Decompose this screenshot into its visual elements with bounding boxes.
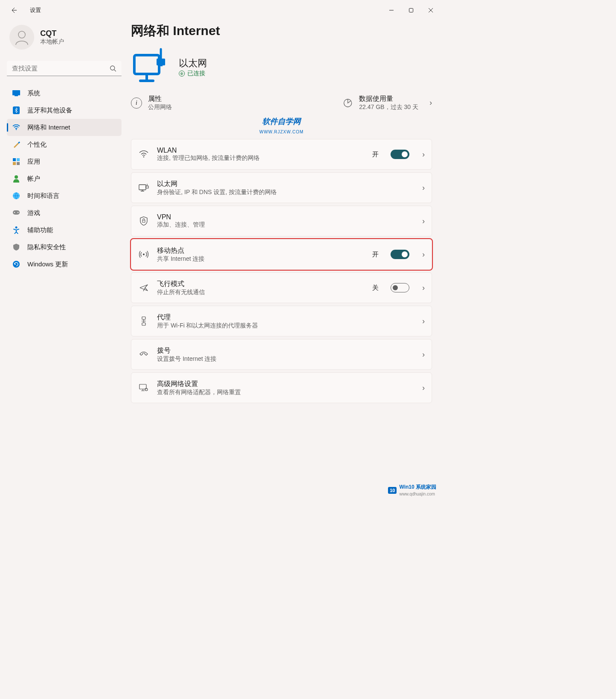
accessibility-icon — [12, 226, 21, 234]
chevron-right-icon: › — [429, 98, 432, 107]
system-icon — [12, 89, 21, 97]
footer-badge: 10 — [388, 487, 397, 494]
sidebar-item-accessibility[interactable]: 辅助功能 — [7, 221, 121, 239]
svg-rect-20 — [159, 64, 163, 66]
svg-point-2 — [110, 66, 115, 70]
sidebar-item-privacy[interactable]: 隐私和安全性 — [7, 239, 121, 256]
watermark: 软件自学网 WWW.RJZXW.COM — [131, 116, 432, 136]
sidebar-item-bluetooth[interactable]: 蓝牙和其他设备 — [7, 102, 121, 119]
sidebar-item-label: 蓝牙和其他设备 — [27, 106, 72, 115]
svg-rect-28 — [142, 323, 145, 325]
shield-lock-icon — [138, 216, 149, 226]
footer-watermark: 10 Win10 系统家园 www.qdhuajin.com — [388, 484, 436, 497]
svg-rect-10 — [17, 162, 20, 165]
wlan-toggle[interactable] — [391, 150, 409, 159]
svg-point-22 — [143, 156, 145, 158]
search-input[interactable] — [7, 61, 121, 76]
card-dialup[interactable]: 拨号设置拨号 Internet 连接 › — [131, 339, 432, 370]
svg-point-15 — [18, 212, 18, 213]
maximize-button[interactable] — [401, 3, 421, 17]
sidebar-item-label: 帐户 — [27, 175, 40, 183]
data-usage-link[interactable]: 数据使用量 22.47 GB，过去 30 天 › — [343, 94, 432, 111]
titlebar: 设置 — [0, 0, 441, 21]
props-sub: 公用网络 — [148, 103, 172, 111]
sidebar-item-apps[interactable]: 应用 — [7, 153, 121, 170]
svg-rect-25 — [142, 220, 145, 222]
sidebar-item-gaming[interactable]: 游戏 — [7, 204, 121, 221]
hero-title: 以太网 — [179, 57, 207, 70]
svg-rect-13 — [13, 210, 20, 215]
card-hotspot[interactable]: 移动热点共享 Internet 连接 开 › — [131, 239, 432, 270]
card-proxy[interactable]: 代理用于 Wi-Fi 和以太网连接的代理服务器 › — [131, 306, 432, 336]
sidebar-item-system[interactable]: 系统 — [7, 85, 121, 102]
airplane-state: 关 — [372, 284, 379, 292]
monitor-gear-icon — [138, 383, 149, 392]
svg-rect-3 — [12, 90, 20, 95]
chevron-right-icon: › — [422, 383, 425, 392]
chevron-right-icon: › — [422, 250, 425, 259]
back-button[interactable] — [6, 3, 21, 18]
svg-rect-18 — [134, 55, 159, 74]
svg-rect-27 — [142, 317, 145, 319]
sidebar-item-label: 网络和 Internet — [27, 124, 70, 132]
chevron-right-icon: › — [422, 217, 425, 226]
svg-point-6 — [16, 129, 17, 130]
sidebar-item-label: 时间和语言 — [27, 192, 59, 200]
sidebar-item-label: 应用 — [27, 158, 40, 166]
svg-point-14 — [14, 212, 15, 213]
wifi-icon — [138, 150, 149, 158]
profile-name: CQT — [40, 29, 64, 38]
page-title: 网络和 Internet — [131, 22, 432, 40]
chevron-right-icon: › — [422, 317, 425, 326]
arrow-left-icon — [10, 7, 17, 14]
card-advanced[interactable]: 高级网络设置查看所有网络适配器，网络重置 › — [131, 372, 432, 403]
sidebar-item-label: 游戏 — [27, 209, 40, 217]
apps-icon — [12, 157, 21, 166]
card-vpn[interactable]: VPN添加、连接、管理 › — [131, 206, 432, 236]
pie-icon — [343, 98, 353, 108]
svg-rect-0 — [409, 9, 413, 12]
search-box[interactable] — [7, 61, 121, 76]
card-wlan[interactable]: WLAN连接, 管理已知网络, 按流量计费的网络 开 › — [131, 139, 432, 170]
sidebar: CQT 本地帐户 系统 蓝牙和其他设备 网络和 Internet 个性化 应用 … — [0, 21, 128, 499]
proxy-icon — [138, 316, 149, 326]
hero-status: ⊕已连接 — [179, 70, 207, 77]
airplane-icon — [138, 283, 149, 292]
svg-point-16 — [15, 227, 18, 229]
minimize-button[interactable] — [382, 3, 401, 17]
chevron-right-icon: › — [422, 150, 425, 159]
app-title: 设置 — [30, 6, 41, 14]
svg-point-11 — [15, 175, 18, 179]
card-ethernet[interactable]: 以太网身份验证, IP 和 DNS 设置, 按流量计费的网络 › — [131, 172, 432, 203]
sidebar-item-time[interactable]: 时间和语言 — [7, 187, 121, 204]
phone-icon — [138, 351, 149, 358]
hotspot-toggle[interactable] — [391, 250, 409, 259]
close-button[interactable] — [421, 3, 441, 17]
wlan-state: 开 — [372, 150, 379, 159]
usage-sub: 22.47 GB，过去 30 天 — [359, 103, 418, 111]
sidebar-item-personalization[interactable]: 个性化 — [7, 136, 121, 153]
hero: 以太网 ⊕已连接 — [131, 47, 432, 87]
wifi-icon — [12, 123, 21, 132]
svg-point-1 — [18, 31, 25, 38]
chevron-right-icon: › — [422, 283, 425, 292]
chevron-right-icon: › — [422, 183, 425, 192]
airplane-toggle[interactable] — [391, 283, 409, 292]
svg-rect-23 — [139, 185, 146, 190]
usage-title: 数据使用量 — [359, 94, 418, 103]
card-airplane[interactable]: 飞行模式停止所有无线通信 关 › — [131, 272, 432, 303]
sidebar-item-update[interactable]: Windows 更新 — [7, 256, 121, 273]
properties-link[interactable]: i 属性 公用网络 — [131, 94, 172, 111]
brush-icon — [12, 140, 21, 149]
ethernet-icon — [138, 183, 149, 192]
hotspot-state: 开 — [372, 251, 379, 259]
svg-rect-7 — [13, 158, 16, 161]
svg-rect-24 — [146, 186, 148, 188]
shield-icon — [12, 243, 21, 251]
sidebar-item-network[interactable]: 网络和 Internet — [7, 119, 121, 136]
globe-clock-icon — [12, 192, 21, 200]
profile[interactable]: CQT 本地帐户 — [7, 23, 121, 61]
sidebar-item-label: 隐私和安全性 — [27, 243, 66, 251]
svg-rect-8 — [17, 158, 20, 161]
sidebar-item-accounts[interactable]: 帐户 — [7, 170, 121, 187]
